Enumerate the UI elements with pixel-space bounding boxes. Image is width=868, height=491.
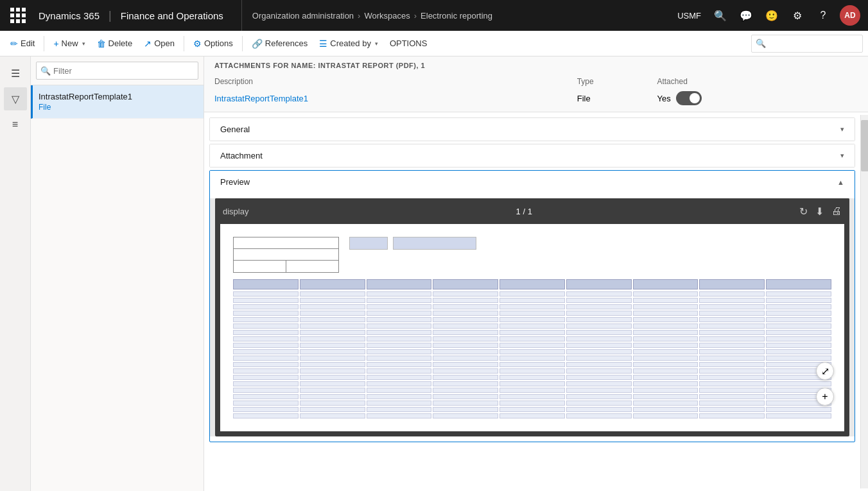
breadcrumb-current: Electronic reporting	[421, 11, 492, 21]
toolbar-sep-2	[184, 36, 184, 51]
open-icon: ↗	[144, 39, 152, 49]
user-avatar[interactable]: AD	[840, 5, 860, 26]
filter-icon: 🔍	[40, 66, 51, 76]
pdf-refresh-icon[interactable]: ↻	[799, 205, 808, 218]
attachment-table: Description Type Attached IntrastatRepor…	[214, 74, 858, 109]
col-description: Description	[214, 74, 577, 89]
action-toolbar: ✏ Edit + New ▾ 🗑 Delete ↗ Open ⚙ Options…	[0, 31, 868, 56]
options-label: Options	[204, 39, 233, 48]
attachment-description-link[interactable]: IntrastatReportTemplate1	[214, 94, 308, 103]
pdf-download-icon[interactable]: ⬇	[815, 205, 824, 218]
edit-label: Edit	[21, 39, 35, 48]
content-header: ATTACHMENTS FOR NAME: INTRASTAT REPORT (…	[204, 56, 868, 112]
list-filter-area: 🔍	[31, 56, 204, 85]
breadcrumb-sep-1: ›	[358, 11, 360, 21]
created-by-icon: ☰	[319, 39, 327, 49]
content-panel: ATTACHMENTS FOR NAME: INTRASTAT REPORT (…	[204, 56, 868, 491]
filter-icon-button[interactable]: ▽	[4, 87, 27, 110]
attachment-accordion-header[interactable]: Attachment ▾	[210, 144, 855, 167]
attachment-chevron-icon: ▾	[840, 151, 844, 160]
preview-content: display 1 / 1 ↻ ⬇ 🖨	[210, 198, 855, 436]
general-accordion-header[interactable]: General ▾	[210, 118, 855, 141]
attached-yes-label: Yes	[657, 94, 670, 103]
breadcrumb-org-admin[interactable]: Organization administration	[252, 11, 354, 21]
attachment-section: Attachment ▾	[209, 144, 855, 168]
apps-menu-button[interactable]	[5, 0, 31, 31]
pdf-document-area: ⤢ +	[220, 224, 844, 431]
new-icon: +	[53, 39, 58, 49]
delete-label: Delete	[108, 39, 133, 48]
created-by-chevron-icon: ▾	[375, 40, 378, 47]
preview-accordion-header[interactable]: Preview ▲	[210, 171, 855, 193]
nav-icon-button[interactable]: ☰	[4, 62, 27, 85]
toolbar-search-icon: 🔍	[756, 39, 766, 48]
search-nav-button[interactable]: 🔍	[709, 4, 732, 27]
brand-area: Dynamics 365 | Finance and Operations	[31, 0, 242, 31]
new-label: New	[62, 39, 78, 48]
delete-button[interactable]: 🗑 Delete	[92, 33, 138, 54]
pdf-page-indicator: 1 / 1	[516, 207, 532, 216]
dynamics365-label[interactable]: Dynamics 365	[31, 10, 107, 21]
list-item-title: IntrastatReportTemplate1	[39, 92, 196, 101]
brand-separator: |	[108, 9, 112, 22]
options-menu-button[interactable]: OPTIONS	[385, 33, 433, 54]
created-by-button[interactable]: ☰ Created by ▾	[314, 33, 383, 54]
options-icon: ⚙	[193, 39, 202, 49]
list-panel: 🔍 IntrastatReportTemplate1 File	[31, 56, 204, 491]
content-main: General ▾ Attachment ▾ Preview ▲	[204, 115, 860, 488]
list-item[interactable]: IntrastatReportTemplate1 File	[31, 85, 204, 119]
toolbar-search-input[interactable]	[768, 39, 858, 48]
edit-button[interactable]: ✏ Edit	[5, 33, 40, 54]
pdf-toolbar: display 1 / 1 ↻ ⬇ 🖨	[215, 198, 849, 224]
col-attached: Attached	[657, 74, 838, 89]
options-menu-label: OPTIONS	[390, 39, 428, 48]
breadcrumb-sep-2: ›	[414, 11, 417, 21]
references-icon: 🔗	[252, 39, 263, 49]
pdf-right-area	[349, 237, 831, 273]
pdf-action-buttons: ↻ ⬇ 🖨	[799, 205, 842, 218]
main-layout: ☰ ▽ ≡ 🔍 IntrastatReportTemplate1 File AT…	[0, 56, 868, 491]
edit-icon: ✏	[10, 39, 18, 49]
general-section-label: General	[220, 125, 250, 134]
breadcrumb: Organization administration › Workspaces…	[242, 11, 672, 21]
list-items-container: IntrastatReportTemplate1 File	[31, 85, 204, 491]
attachment-attached-label: Yes	[657, 89, 838, 109]
settings-gear-button[interactable]: ⚙	[786, 4, 809, 27]
attachment-description: IntrastatReportTemplate1	[214, 89, 577, 109]
help-button[interactable]: ?	[812, 4, 835, 27]
attachment-type: File	[577, 89, 657, 109]
nav-right-actions: USMF 🔍 💬 🙂 ⚙ ? AD	[672, 4, 863, 27]
attached-toggle[interactable]	[676, 91, 702, 105]
environment-label[interactable]: USMF	[672, 11, 706, 21]
list-icon-button[interactable]: ≡	[4, 113, 27, 136]
pdf-data-header	[233, 279, 831, 289]
delete-icon: 🗑	[97, 39, 106, 49]
zoom-in-button[interactable]: +	[816, 388, 834, 406]
options-button[interactable]: ⚙ Options	[188, 33, 238, 54]
filter-input[interactable]	[53, 66, 194, 76]
new-button[interactable]: + New ▾	[48, 33, 90, 54]
toolbar-search: 🔍	[751, 35, 863, 53]
general-section: General ▾	[209, 117, 855, 141]
pdf-viewer: display 1 / 1 ↻ ⬇ 🖨	[215, 198, 849, 436]
pdf-controls: 1 / 1	[256, 207, 792, 216]
preview-chevron-icon: ▲	[837, 178, 844, 186]
preview-section-label: Preview	[220, 177, 250, 187]
open-label: Open	[154, 39, 175, 48]
zoom-expand-button[interactable]: ⤢	[816, 362, 834, 380]
list-item-subtitle: File	[39, 103, 196, 112]
pdf-header-area	[233, 237, 831, 273]
notifications-button[interactable]: 💬	[734, 4, 758, 27]
open-button[interactable]: ↗ Open	[139, 33, 180, 54]
col-type: Type	[577, 74, 657, 89]
pdf-print-icon[interactable]: 🖨	[831, 205, 842, 217]
references-button[interactable]: 🔗 References	[247, 33, 313, 54]
left-sidebar: ☰ ▽ ≡	[0, 56, 31, 491]
module-label[interactable]: Finance and Operations	[113, 10, 231, 21]
settings-face-button[interactable]: 🙂	[760, 4, 783, 27]
attachment-section-label: Attachment	[220, 151, 263, 160]
breadcrumb-workspaces[interactable]: Workspaces	[364, 11, 410, 21]
content-scrollbar[interactable]	[860, 115, 868, 488]
pdf-display-label: display	[223, 207, 248, 216]
references-label: References	[265, 39, 308, 48]
